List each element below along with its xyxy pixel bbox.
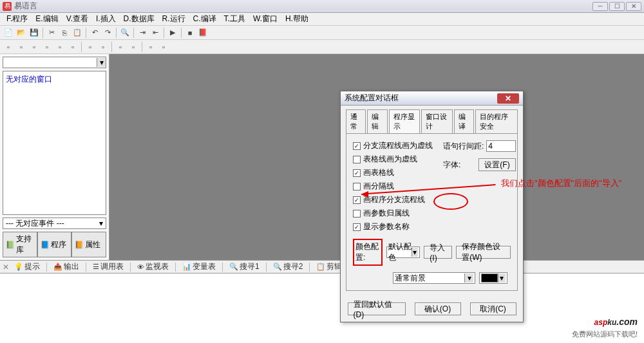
watermark-logo: aspku.com: [572, 310, 638, 329]
import-button[interactable]: 导入(I): [424, 246, 452, 259]
dialog-right-col: 语句行间距: 字体: 设置(F): [443, 140, 516, 178]
font-label: 字体:: [443, 160, 460, 171]
cut-icon[interactable]: ✂: [46, 27, 57, 39]
dtab-display[interactable]: 程序显示: [389, 109, 421, 133]
checkbox-draw-sep[interactable]: [353, 183, 361, 190]
cb-label: 显示参数名称: [363, 221, 410, 232]
dtab-compile[interactable]: 编译: [454, 109, 474, 133]
new-icon[interactable]: 📄: [3, 27, 14, 39]
sidebar-tree[interactable]: 无对应的窗口: [3, 71, 106, 215]
size-h-icon[interactable]: ▫: [128, 41, 139, 53]
menu-help[interactable]: H.帮助: [281, 12, 312, 26]
output-panel: [0, 273, 644, 343]
ok-button[interactable]: 确认(O): [415, 302, 461, 315]
checkbox-branch-dashed[interactable]: ✓: [353, 142, 361, 150]
menu-insert[interactable]: I.插入: [92, 12, 120, 26]
menu-compile[interactable]: C.编译: [189, 12, 220, 26]
find-icon[interactable]: 🔍: [119, 27, 131, 39]
reset-button[interactable]: 置回默认值(D): [348, 302, 406, 315]
align-top-icon[interactable]: ▫: [41, 41, 53, 53]
cancel-button[interactable]: 取消(C): [470, 302, 516, 315]
menu-tools[interactable]: T.工具: [220, 12, 249, 26]
menu-view[interactable]: V.查看: [62, 12, 92, 26]
menu-database[interactable]: D.数据库: [120, 12, 158, 26]
dtab-edit[interactable]: 编辑: [367, 109, 387, 133]
open-icon[interactable]: 📂: [15, 27, 27, 39]
tab-supportlib[interactable]: 📗支持库: [3, 232, 37, 257]
checkbox-grid-dashed[interactable]: [353, 156, 361, 163]
dialog-close-button[interactable]: ✕: [497, 93, 519, 104]
stop-icon[interactable]: ■: [184, 27, 196, 39]
outdent-icon[interactable]: ⇤: [149, 27, 161, 39]
dist-h-icon[interactable]: ▫: [84, 41, 96, 53]
save-icon[interactable]: 💾: [28, 27, 40, 39]
align-left-icon[interactable]: ▫: [3, 41, 14, 53]
btab-search2[interactable]: 🔍搜寻2: [269, 260, 307, 273]
align-center-icon[interactable]: ▫: [15, 41, 27, 53]
sidebar-event-combo[interactable]: --- 无对应事件 --- ▾: [3, 218, 106, 229]
size-w-icon[interactable]: ▫: [115, 41, 126, 53]
checkbox-draw-flow[interactable]: ✓: [353, 196, 361, 204]
grid-icon[interactable]: ▫: [145, 41, 156, 53]
cb-label: 画表格线: [363, 167, 394, 178]
sidebar: ▾ 无对应的窗口 --- 无对应事件 --- ▾ 📗支持库 📘程序 📙属性: [0, 54, 109, 260]
chevron-down-icon: ▾: [498, 273, 506, 283]
dtab-windesign[interactable]: 窗口设计: [421, 109, 453, 133]
menu-window[interactable]: W.窗口: [249, 12, 281, 26]
dialog-button-row: 置回默认值(D) 确认(O) 取消(C): [341, 296, 523, 322]
btab-search1[interactable]: 🔍搜寻1: [225, 260, 263, 273]
menu-edit[interactable]: E.编辑: [32, 12, 62, 26]
line-spacing-input[interactable]: [486, 140, 516, 152]
btab-output[interactable]: 📤输出: [50, 260, 83, 273]
menubar: F.程序 E.编辑 V.查看 I.插入 D.数据库 R.运行 C.编译 T.工具…: [0, 13, 644, 26]
btab-calltable[interactable]: ☰调用表: [89, 260, 128, 273]
maximize-button[interactable]: ☐: [609, 2, 625, 11]
workspace: 系统配置对话框 ✕ 通常 编辑 程序显示 窗口设计 编译 目的程序安全 ✓分支流…: [109, 54, 644, 260]
config-dialog: 系统配置对话框 ✕ 通常 编辑 程序显示 窗口设计 编译 目的程序安全 ✓分支流…: [340, 91, 524, 322]
lock-icon[interactable]: ▫: [158, 41, 169, 53]
window-controls: ─ ☐ ✕: [592, 2, 641, 11]
btab-watch[interactable]: 👁监视表: [133, 260, 173, 273]
menu-run[interactable]: R.运行: [158, 12, 189, 26]
color-scheme-select[interactable]: 默认配色▾: [386, 246, 421, 258]
align-middle-icon[interactable]: ▫: [54, 41, 66, 53]
chevron-down-icon: ▾: [99, 219, 103, 228]
fg-select[interactable]: 通常前景▾: [393, 272, 475, 284]
dtab-general[interactable]: 通常: [346, 109, 366, 133]
color-config-label: 颜色配置:: [353, 239, 383, 266]
toolbar-main: 📄 📂 💾 ✂ ⎘ 📋 ↶ ↷ 🔍 ⇥ ⇤ ▶ ■ 📕: [0, 26, 644, 40]
dist-v-icon[interactable]: ▫: [97, 41, 109, 53]
annotation-arrowhead: [361, 191, 368, 198]
cb-label: 分支流程线画为虚线: [363, 140, 433, 151]
copy-icon[interactable]: ⎘: [59, 27, 70, 39]
font-settings-button[interactable]: 设置(F): [478, 158, 515, 171]
menu-program[interactable]: F.程序: [3, 12, 32, 26]
minimize-button[interactable]: ─: [592, 2, 608, 11]
watermark-sub: 免费网站源码下载吧!: [572, 329, 638, 339]
indent-icon[interactable]: ⇥: [137, 27, 148, 39]
btab-vars[interactable]: 📊变量表: [178, 260, 220, 273]
color-picker[interactable]: ▾: [479, 272, 507, 284]
sidebar-top-combo[interactable]: ▾: [3, 57, 106, 68]
run-icon[interactable]: ▶: [167, 27, 178, 39]
redo-icon[interactable]: ↷: [102, 27, 113, 39]
close-button[interactable]: ✕: [626, 2, 641, 11]
book-icon[interactable]: 📕: [197, 27, 209, 39]
checkbox-draw-grid[interactable]: ✓: [353, 169, 361, 177]
app-title: 易语言: [14, 1, 37, 12]
btab-hint[interactable]: 💡提示: [10, 260, 44, 273]
undo-icon[interactable]: ↶: [89, 27, 100, 39]
color-fg-row: 通常前景▾ ▾: [353, 272, 511, 284]
checkbox-show-param[interactable]: ✓: [353, 223, 361, 231]
checkbox-draw-param[interactable]: [353, 210, 361, 218]
paste-icon[interactable]: 📋: [71, 27, 83, 39]
chevron-down-icon: ▾: [464, 273, 473, 283]
chevron-down-icon: ▾: [97, 58, 106, 67]
tab-property[interactable]: 📙属性: [71, 232, 106, 257]
tab-program[interactable]: 📘程序: [37, 232, 72, 257]
save-color-button[interactable]: 保存颜色设置(W): [456, 246, 511, 259]
align-bottom-icon[interactable]: ▫: [67, 41, 79, 53]
align-right-icon[interactable]: ▫: [28, 41, 40, 53]
sidebar-tabs: 📗支持库 📘程序 📙属性: [3, 232, 106, 257]
dtab-security[interactable]: 目的程序安全: [475, 109, 518, 133]
